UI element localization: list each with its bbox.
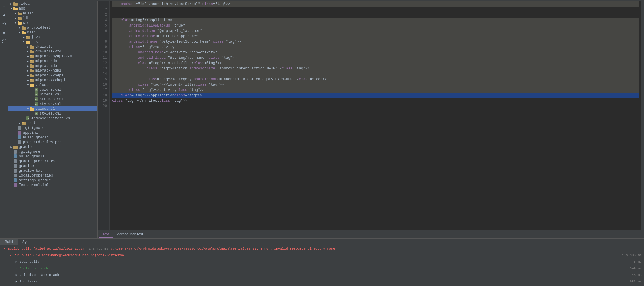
svg-rect-52 — [18, 126, 21, 130]
svg-rect-21 — [30, 50, 32, 51]
tree-item-gitignore-root[interactable]: .gitignore — [8, 149, 97, 154]
tree-label: build.gradle — [23, 135, 49, 140]
tree-item-libs[interactable]: ▶libs — [8, 16, 97, 21]
tree-item-gradle[interactable]: ▶gradle — [8, 145, 97, 149]
tree-item-app-iml[interactable]: app.iml — [8, 130, 97, 135]
tree-item-build-gradle-app[interactable]: build.gradle — [8, 135, 97, 140]
toolbar-btn-2[interactable]: ◀ — [1, 12, 7, 18]
toolbar-btn-5[interactable]: ⛶ — [1, 38, 7, 45]
tree-item-values[interactable]: ▼values — [8, 83, 97, 87]
code-line: android:label="@string/app_name" class="… — [112, 55, 639, 61]
toolbar-btn-4[interactable]: ⚙ — [1, 30, 7, 36]
tree-icon-folder — [13, 2, 18, 6]
tree-icon-file-xml: xml — [34, 112, 39, 116]
tree-label: libs — [23, 16, 32, 20]
tree-item-idea[interactable]: ▶.idea — [8, 1, 97, 6]
code-content[interactable]: package="info.androidhive.testScrool" cl… — [110, 1, 641, 230]
code-editor[interactable]: 1234567891011121314151617181920 package=… — [98, 1, 644, 230]
tree-item-test[interactable]: ▶test — [8, 121, 97, 126]
tree-item-gitignore-app[interactable]: .gitignore — [8, 126, 97, 130]
tree-item-java[interactable]: ▶java — [8, 35, 97, 40]
tree-item-app[interactable]: ▼app — [8, 6, 97, 11]
svg-rect-60 — [14, 159, 17, 163]
tree-item-settings-gradle[interactable]: settings.gradle — [8, 178, 97, 183]
tree-item-styles-xml-21[interactable]: xmlstyles.xml — [8, 111, 97, 116]
scrollbar[interactable] — [641, 1, 644, 230]
tree-label: .idea — [19, 2, 30, 6]
tree-item-gradlew[interactable]: gradlew — [8, 164, 97, 168]
tree-item-gradle-props[interactable]: gradle.properties — [8, 159, 97, 164]
tree-item-mipmap-anydpi-v26[interactable]: ▶mipmap-anydpi-v26 — [8, 54, 97, 59]
bottom-tab-sync[interactable]: Sync — [18, 239, 35, 245]
toolbar-btn-3[interactable]: ⟲ — [1, 21, 7, 27]
tree-item-styles-xml[interactable]: xmlstyles.xml — [8, 102, 97, 106]
tree-item-drawable[interactable]: ▶drawable — [8, 44, 97, 49]
tree-label: mipmap-anydpi-v26 — [35, 54, 72, 58]
build-item-3: ✓Configure build349 ms — [0, 265, 644, 272]
toolbar-btn-1[interactable]: ⊞ — [1, 3, 7, 9]
tree-icon-folder-android — [13, 7, 18, 11]
tree-arrow: ▶ — [26, 64, 30, 68]
tree-item-strings-xml[interactable]: xmlstrings.xml — [8, 97, 97, 102]
tree-icon-folder — [30, 83, 35, 87]
tree-icon-folder — [21, 121, 26, 125]
line-number: 16 — [100, 82, 107, 87]
tree-item-src[interactable]: ▼src — [8, 21, 97, 25]
line-number: 18 — [100, 93, 107, 98]
tree-item-drawable-v24[interactable]: ▶drawable-v24 — [8, 49, 97, 54]
tree-item-res[interactable]: ▼res — [8, 40, 97, 44]
tree-arrow: ▶ — [22, 36, 26, 39]
tree-item-build-gradle[interactable]: build.gradle — [8, 154, 97, 159]
code-line: package="info.androidhive.testScrool" cl… — [112, 1, 639, 7]
bottom-tab-build[interactable]: Build — [0, 239, 18, 245]
tree-item-mipmap-mdpi[interactable]: ▶mipmap-mdpi — [8, 64, 97, 68]
tree-arrow: ▼ — [26, 84, 30, 86]
tree-arrow: ▶ — [14, 17, 17, 20]
tree-item-mipmap-xhdpi[interactable]: ▶mipmap-xhdpi — [8, 68, 97, 73]
tree-item-main[interactable]: ▼main — [8, 30, 97, 35]
tree-item-mipmap-xxhdpi[interactable]: ▶mipmap-xxhdpi — [8, 73, 97, 78]
build-status-icon: ▶ — [14, 273, 18, 277]
editor-tabs: TextMerged Manifest — [98, 230, 644, 238]
tree-label: src — [23, 21, 30, 25]
svg-rect-63 — [14, 174, 17, 177]
tree-label: Testscrool.iml — [19, 183, 49, 187]
tree-label: app — [19, 7, 25, 11]
tree-item-mipmap-xxxhdpi[interactable]: ▶mipmap-xxxhdpi — [8, 78, 97, 83]
tree-item-local-props[interactable]: local.properties — [8, 173, 97, 178]
tree-icon-file-xml: xml — [34, 102, 39, 106]
tree-icon-file-props — [13, 159, 18, 163]
svg-rect-23 — [30, 55, 32, 56]
editor-tab-text[interactable]: Text — [99, 231, 113, 238]
build-item-1: ✕Run build C:\Users\marcg\AndroidStudioP… — [0, 252, 644, 259]
tree-item-androidTest[interactable]: ▶androidTest — [8, 25, 97, 30]
tree-item-mipmap-hdpi[interactable]: ▶mipmap-hdpi — [8, 59, 97, 64]
tree-item-colors-xml[interactable]: xmlcolors.xml — [8, 87, 97, 92]
tree-icon-file-iml — [17, 131, 22, 135]
tree-label: local.properties — [19, 174, 53, 178]
tree-icon-file-props — [13, 169, 18, 173]
tree-icon-file-xml: xml — [34, 88, 39, 92]
tree-icon-file-props — [13, 174, 18, 178]
tree-icon-folder — [30, 78, 35, 82]
tree-icon-folder — [30, 73, 35, 78]
line-number: 8 — [100, 39, 107, 44]
tree-label: main — [27, 30, 36, 35]
tree-item-androidmanifest[interactable]: xmlAndroidManifest.xml — [8, 116, 97, 121]
editor-tab-merged-manifest[interactable]: Merged Manifest — [113, 231, 146, 238]
tree-arrow: ▶ — [26, 79, 30, 82]
build-label: Calculate task graph — [20, 272, 59, 278]
tree-item-gradlew-bat[interactable]: gradlew.bat — [8, 168, 97, 173]
tree-label: drawable-v24 — [35, 50, 61, 54]
code-line: android:name=".activity.MainActivity" — [112, 50, 639, 55]
tree-item-dimens-xml[interactable]: xmlDimens.xml — [8, 92, 97, 97]
tree-label: gradle.properties — [19, 159, 55, 163]
tree-item-build[interactable]: ▶build — [8, 11, 97, 16]
tree-item-values-21[interactable]: ▼values-21 — [8, 106, 97, 111]
tree-item-testscrool-iml[interactable]: Testscrool.iml — [8, 183, 97, 188]
code-line: class="tag"></intent-filterclass="tag">> — [112, 82, 639, 87]
svg-rect-11 — [22, 26, 24, 27]
svg-rect-15 — [26, 36, 28, 37]
tree-item-proguard[interactable]: proguard-rules.pro — [8, 140, 97, 145]
line-number: 4 — [100, 18, 107, 23]
